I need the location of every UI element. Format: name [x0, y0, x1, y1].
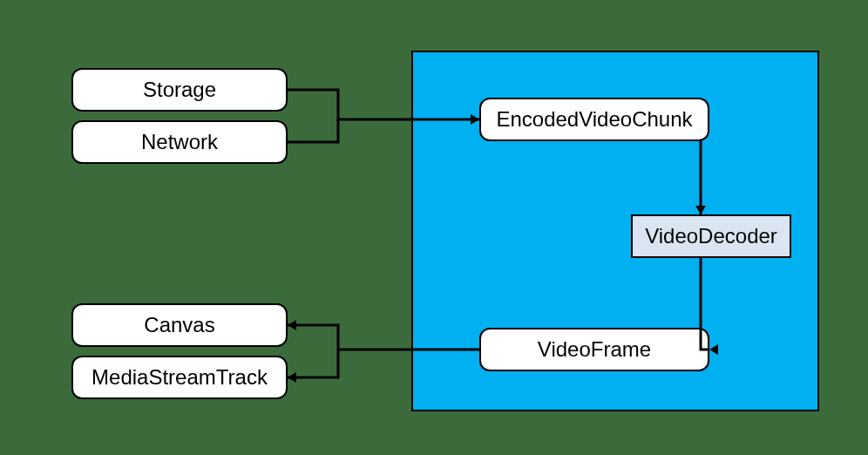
node-label: EncodedVideoChunk — [496, 107, 692, 132]
node-network: Network — [71, 120, 288, 164]
arrow-frame-to-mst — [288, 350, 338, 377]
node-label: VideoFrame — [538, 337, 651, 362]
node-label: Canvas — [144, 313, 214, 337]
arrowhead-icon — [288, 320, 296, 330]
node-label: Storage — [143, 78, 216, 102]
node-encoded-video-chunk: EncodedVideoChunk — [479, 98, 709, 141]
arrowhead-icon — [288, 372, 296, 383]
node-label: MediaStreamTrack — [92, 365, 268, 390]
node-media-stream-track: MediaStreamTrack — [71, 356, 288, 399]
node-storage: Storage — [71, 68, 288, 112]
node-video-decoder: VideoDecoder — [631, 214, 791, 258]
node-canvas: Canvas — [71, 303, 288, 347]
node-label: Network — [141, 130, 218, 154]
arrow-network-to-chunk — [288, 119, 338, 142]
node-video-frame: VideoFrame — [479, 328, 709, 371]
node-label: VideoDecoder — [645, 224, 777, 248]
